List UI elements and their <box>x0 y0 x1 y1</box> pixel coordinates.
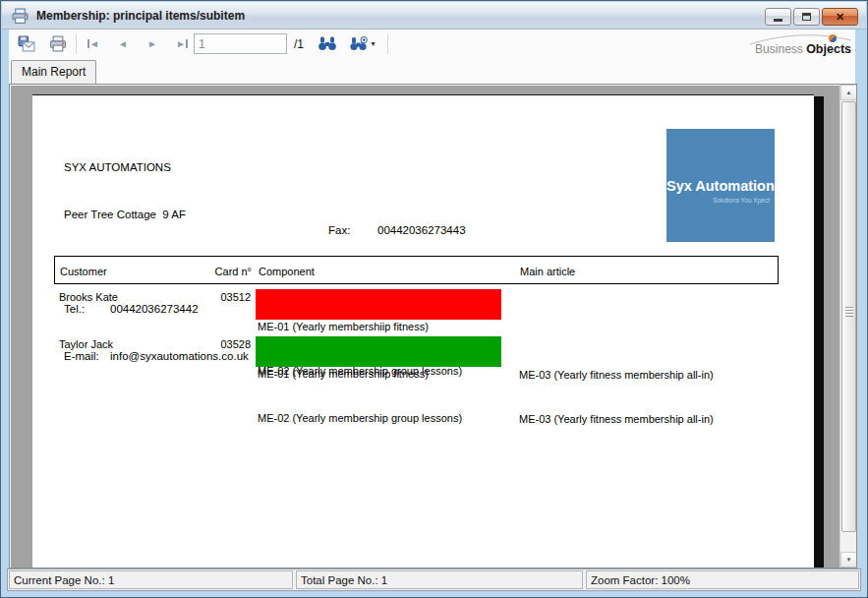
toolbar: ◄ ◄ ► ► /1 <box>9 30 855 58</box>
syx-logo-text: Syx Automations <box>666 178 775 194</box>
page-number-input[interactable] <box>194 33 287 54</box>
close-icon: ✕ <box>836 12 844 23</box>
row2-customer: Taylor Jack <box>59 338 113 350</box>
scroll-up-icon[interactable]: ▲ <box>840 85 857 100</box>
scroll-down-icon[interactable]: ▼ <box>840 552 857 568</box>
row2-component-1: ME-01 (Yearly membershiip fitness) <box>258 367 501 382</box>
header-component: Component <box>259 266 315 277</box>
header-customer: Customer <box>60 266 107 277</box>
tab-strip: Main Report <box>9 58 855 84</box>
toolbar-separator <box>76 33 77 54</box>
status-current-page: Current Page No.: 1 <box>9 570 293 589</box>
report-page: SYX AUTOMATIONS Peer Tree Cottage 9 AF A… <box>32 94 814 568</box>
row2-main-articles: ME-03 (Yearly fitness membership all-in)… <box>519 338 714 456</box>
header-card-number: Card n° <box>173 266 252 277</box>
row1-component-1: ME-01 (Yearly membershiip fitness) <box>258 320 501 334</box>
window: Membership: principal items/subitem ✕ <box>0 0 868 598</box>
row1-customer: Brooks Kate <box>59 291 118 303</box>
status-bar: Current Page No.: 1 Total Page No.: 1 Zo… <box>7 568 861 591</box>
brand-word-1: Business <box>755 42 806 56</box>
company-address-line1: Peer Tree Cottage 9 AF <box>64 207 249 222</box>
next-page-icon: ► <box>147 39 157 49</box>
fax-label: Fax: <box>328 222 377 238</box>
row2-card-number: 03528 <box>190 338 251 350</box>
maximize-icon <box>802 13 811 21</box>
status-total-page: Total Page No.: 1 <box>296 570 583 589</box>
status-zoom-factor: Zoom Factor: 100% <box>586 570 859 589</box>
zoom-dropdown-caret-icon: ▾ <box>371 39 375 48</box>
zoom-binoculars-icon <box>350 36 368 51</box>
print-button[interactable] <box>46 32 70 55</box>
report-viewport: SYX AUTOMATIONS Peer Tree Cottage 9 AF A… <box>9 84 857 568</box>
business-objects-logo: Business Objects <box>730 31 853 57</box>
binoculars-icon <box>318 36 336 51</box>
header-main-article: Main article <box>520 266 575 277</box>
row2-component-highlight[interactable]: ME-01 (Yearly membershiip fitness) ME-02… <box>256 336 501 367</box>
first-page-button[interactable]: ◄ <box>82 32 105 55</box>
vertical-scrollbar[interactable]: ▲ ▼ <box>839 85 856 568</box>
row2-main-article-2: ME-03 (Yearly fitness membership all-in) <box>519 412 714 427</box>
row2-main-article-1: ME-03 (Yearly fitness membership all-in) <box>519 368 714 383</box>
last-page-icon <box>186 39 188 48</box>
page-shadow <box>814 96 824 568</box>
row1-component-highlight[interactable]: ME-01 (Yearly membershiip fitness) ME-02… <box>256 289 501 320</box>
last-page-button[interactable]: ► <box>170 32 194 55</box>
zoom-button[interactable]: ▾ <box>346 32 379 55</box>
tel-value: 00442036273442 <box>110 301 199 317</box>
title-bar: Membership: principal items/subitem ✕ <box>2 2 866 30</box>
company-name: SYX AUTOMATIONS <box>64 159 249 175</box>
print-icon <box>49 35 67 52</box>
row1-card-number: 03512 <box>190 291 251 303</box>
previous-page-icon: ◄ <box>118 39 128 49</box>
export-icon <box>18 35 35 52</box>
syx-logo: Syx Automations Solutions You Xpect <box>666 129 775 242</box>
window-controls: ✕ <box>765 8 858 26</box>
page-total-label: /1 <box>294 37 304 51</box>
close-button[interactable]: ✕ <box>822 8 858 26</box>
find-button[interactable] <box>316 32 339 55</box>
scrollbar-grip-icon <box>845 307 853 317</box>
row2-component-2: ME-02 (Yearly membership group lessons) <box>258 411 501 426</box>
report-printer-icon <box>12 8 29 25</box>
window-title: Membership: principal items/subitem <box>36 9 245 23</box>
email-label: E-mail: <box>64 348 110 364</box>
minimize-icon <box>774 19 782 22</box>
email-value: info@syxautomations.co.uk <box>110 348 249 364</box>
toolbar-separator <box>387 33 388 54</box>
next-page-button[interactable]: ► <box>141 32 164 55</box>
scrollbar-thumb[interactable] <box>841 101 856 532</box>
syx-logo-tagline: Solutions You Xpect <box>713 197 770 204</box>
maximize-button[interactable] <box>793 8 820 26</box>
fax-value: 00442036273443 <box>377 222 466 238</box>
brand-word-2: Objects <box>806 42 851 56</box>
minimize-button[interactable] <box>765 8 791 26</box>
tab-main-report[interactable]: Main Report <box>11 60 96 84</box>
export-button[interactable] <box>15 32 38 55</box>
table-header: Customer Card n° Component Main article <box>54 256 779 284</box>
previous-page-button[interactable]: ◄ <box>111 32 135 55</box>
